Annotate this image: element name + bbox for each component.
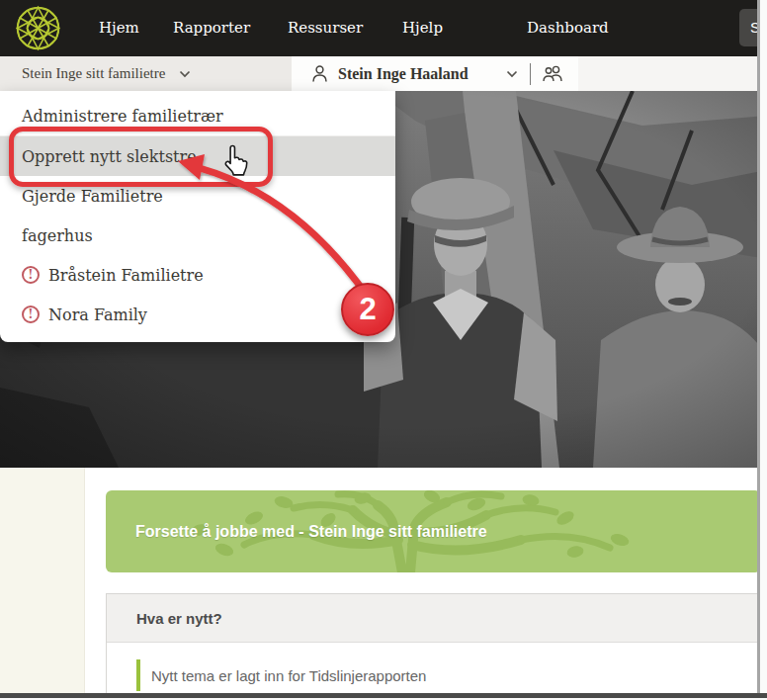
nav-item-dashboard[interactable]: Dashboard [527, 0, 609, 56]
nav-item-hjelp[interactable]: Hjelp [402, 0, 443, 56]
whats-new-item[interactable]: Nytt tema er lagt inn for Tidslinjerappo… [136, 659, 426, 691]
tree-selector-label: Stein Inge sitt familietre [22, 65, 165, 82]
tree-dropdown-menu: Administrere familietrær Opprett nytt sl… [0, 91, 395, 342]
nav-item-rapporter[interactable]: Rapporter [173, 0, 250, 56]
person-selector[interactable]: Stein Inge Haaland [292, 56, 578, 91]
tree-toolbar: Stein Inge sitt familietre Stein Inge Ha… [0, 56, 767, 91]
site-logo-icon[interactable] [13, 3, 63, 53]
people-icon[interactable] [541, 64, 564, 84]
green-accent-bar [136, 659, 140, 691]
menu-item-label: fagerhus [22, 226, 93, 245]
nav-item-hjem[interactable]: Hjem [99, 0, 139, 56]
menu-item-label: Bråstein Familietre [48, 266, 204, 285]
main-content: Forsette å jobbe med - Stein Inge sitt f… [0, 468, 767, 700]
left-margin-panel [0, 468, 85, 700]
menu-item-opprett-nytt-slektstre[interactable]: Opprett nytt slektstre [0, 136, 395, 176]
menu-item-label: Nora Family [48, 306, 147, 324]
person-icon [310, 64, 329, 84]
menu-item-fagerhus[interactable]: fagerhus [0, 216, 395, 255]
continue-banner[interactable]: Forsette å jobbe med - Stein Inge sitt f… [106, 490, 761, 572]
whats-new-panel: Hva er nytt? Nytt tema er lagt inn for T… [106, 593, 761, 700]
menu-item-label: Gjerde Familietre [22, 187, 163, 206]
chevron-down-icon [506, 70, 518, 78]
tree-selector[interactable]: Stein Inge sitt familietre [0, 56, 292, 91]
person-selector-label: Stein Inge Haaland [338, 65, 469, 83]
menu-item-gjerde-familietre[interactable]: Gjerde Familietre [0, 176, 395, 216]
continue-banner-label: Forsette å jobbe med - Stein Inge sitt f… [135, 490, 487, 572]
menu-item-nora-family[interactable]: ! Nora Family [0, 295, 395, 334]
menu-item-label: Administrere familietrær [22, 107, 223, 126]
nav-item-ressurser[interactable]: Ressurser [288, 0, 363, 56]
whats-new-header: Hva er nytt? [107, 594, 760, 643]
alert-icon: ! [22, 266, 40, 284]
divider [530, 63, 531, 85]
menu-item-administrere-familietraer[interactable]: Administrere familietrær [0, 97, 395, 136]
menu-item-braastein-familietre[interactable]: ! Bråstein Familietre [0, 255, 395, 295]
chevron-down-icon [179, 70, 191, 78]
window-right-shadow [760, 0, 767, 700]
top-navigation-bar: Hjem Rapporter Ressurser Hjelp Dashboard… [0, 0, 767, 56]
whats-new-item-text: Nytt tema er lagt inn for Tidslinjerappo… [151, 667, 426, 684]
menu-item-label: Opprett nytt slektstre [22, 147, 197, 166]
app-window: Velkommen tilbake Stein Inge 14 Mar 2024… [0, 0, 767, 700]
alert-icon: ! [22, 306, 40, 323]
